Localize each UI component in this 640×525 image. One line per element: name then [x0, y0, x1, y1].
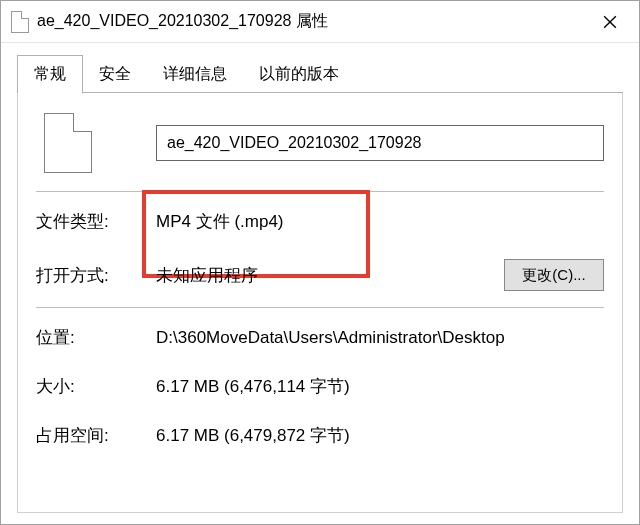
size-label: 大小:	[36, 375, 156, 398]
size-row: 大小: 6.17 MB (6,476,114 字节)	[36, 375, 604, 398]
tab-security[interactable]: 安全	[83, 56, 147, 93]
size-value: 6.17 MB (6,476,114 字节)	[156, 375, 604, 398]
location-row: 位置: D:\360MoveData\Users\Administrator\D…	[36, 326, 604, 349]
size-on-disk-row: 占用空间: 6.17 MB (6,479,872 字节)	[36, 424, 604, 447]
file-type-icon	[44, 113, 92, 173]
location-value: D:\360MoveData\Users\Administrator\Deskt…	[156, 328, 604, 348]
titlebar: ae_420_VIDEO_20210302_170928 属性	[1, 1, 639, 43]
file-icon	[11, 11, 29, 33]
location-label: 位置:	[36, 326, 156, 349]
filename-row	[36, 113, 604, 173]
filetype-value: MP4 文件 (.mp4)	[156, 210, 604, 233]
tab-details[interactable]: 详细信息	[147, 56, 243, 93]
close-icon	[603, 15, 617, 29]
filename-input[interactable]	[156, 125, 604, 161]
size-on-disk-value: 6.17 MB (6,479,872 字节)	[156, 424, 604, 447]
separator	[36, 307, 604, 308]
general-panel: 文件类型: MP4 文件 (.mp4) 打开方式: 未知应用程序 更改(C)..…	[17, 93, 623, 513]
filetype-label: 文件类型:	[36, 210, 156, 233]
change-button[interactable]: 更改(C)...	[504, 259, 604, 291]
content-area: 常规 安全 详细信息 以前的版本 文件类型: MP4 文件 (.mp4)	[1, 43, 639, 524]
tab-previous-versions[interactable]: 以前的版本	[243, 56, 355, 93]
separator	[36, 191, 604, 192]
opens-with-value: 未知应用程序	[156, 264, 504, 287]
opens-with-row: 打开方式: 未知应用程序 更改(C)...	[36, 259, 604, 291]
tab-strip: 常规 安全 详细信息 以前的版本	[17, 53, 623, 93]
filetype-row: 文件类型: MP4 文件 (.mp4)	[36, 210, 604, 233]
window-title: ae_420_VIDEO_20210302_170928 属性	[37, 11, 587, 32]
opens-with-label: 打开方式:	[36, 264, 156, 287]
properties-dialog: ae_420_VIDEO_20210302_170928 属性 常规 安全 详细…	[0, 0, 640, 525]
tab-general[interactable]: 常规	[17, 55, 83, 94]
size-on-disk-label: 占用空间:	[36, 424, 156, 447]
close-button[interactable]	[587, 7, 633, 37]
